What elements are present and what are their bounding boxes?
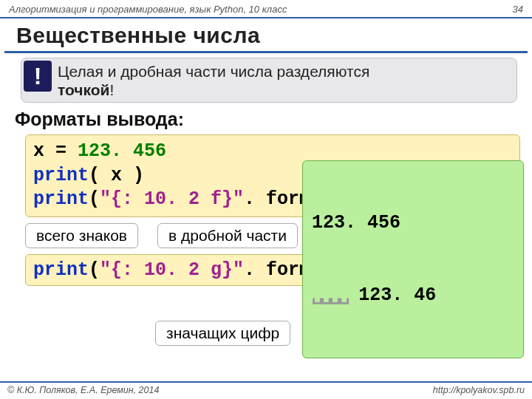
output-value-1: 123. 456 [312, 211, 514, 236]
important-note: ! Целая и дробная части числа разделяютс… [21, 58, 517, 103]
output-box-1: 123. 456 ␣␣␣␣ 123. 46 [302, 160, 524, 358]
slide-header: Алгоритмизация и программирование, язык … [0, 0, 532, 18]
footer-url: http://kpolyakov.spb.ru [433, 385, 525, 395]
exclamation-icon: ! [24, 61, 52, 92]
header-left: Алгоритмизация и программирование, язык … [9, 4, 287, 15]
slide-title: Вещественные числа [0, 18, 532, 51]
slide-footer: © К.Ю. Поляков, Е.А. Еремин, 2014 http:/… [0, 381, 532, 399]
footer-copyright: © К.Ю. Поляков, Е.А. Еремин, 2014 [7, 385, 159, 395]
page-number: 34 [513, 4, 523, 15]
note-text: Целая и дробная части числа разделяются … [58, 61, 369, 99]
label-total-chars: всего знаков [25, 223, 138, 248]
code-block-1: x = 123. 456 print( x ) print("{: 10. 2 … [25, 134, 520, 217]
section-heading: Форматы вывода: [0, 107, 532, 133]
title-underline [4, 51, 528, 53]
output-value-2: ␣␣␣␣ 123. 46 [312, 284, 514, 308]
label-significant: значащих цифр [155, 321, 290, 346]
label-decimal-chars: в дробной части [157, 223, 298, 248]
